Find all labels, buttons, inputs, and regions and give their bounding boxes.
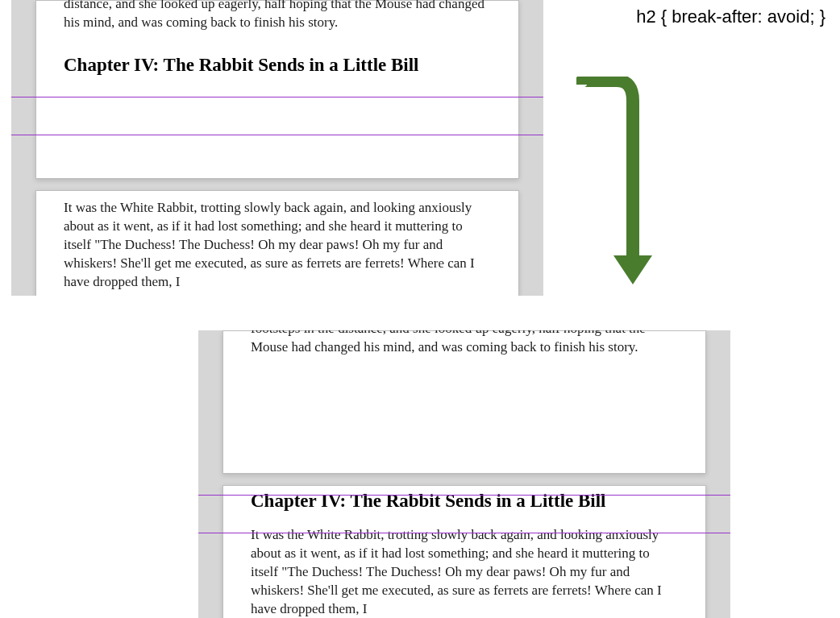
arrow-down-icon (576, 77, 657, 294)
chapter-heading: Chapter IV: The Rabbit Sends in a Little… (64, 55, 491, 76)
paragraph-text: little while, however, she again heard a… (64, 0, 491, 32)
page-1-before: little while, however, she again heard a… (35, 0, 519, 179)
page-1-after: footsteps in the distance, and she looke… (222, 330, 706, 474)
paragraph-text: It was the White Rabbit, trotting slowly… (64, 199, 491, 292)
css-code-label: h2 { break-after: avoid; } (636, 6, 825, 27)
paragraph-text: footsteps in the distance, and she looke… (251, 330, 678, 357)
page-2-before: It was the White Rabbit, trotting slowly… (35, 190, 519, 296)
paragraph-text: It was the White Rabbit, trotting slowly… (251, 526, 678, 618)
chapter-heading: Chapter IV: The Rabbit Sends in a Little… (251, 491, 678, 512)
page-2-after: Chapter IV: The Rabbit Sends in a Little… (222, 485, 706, 618)
before-viewer: little while, however, she again heard a… (11, 0, 543, 296)
after-viewer: footsteps in the distance, and she looke… (198, 330, 730, 618)
